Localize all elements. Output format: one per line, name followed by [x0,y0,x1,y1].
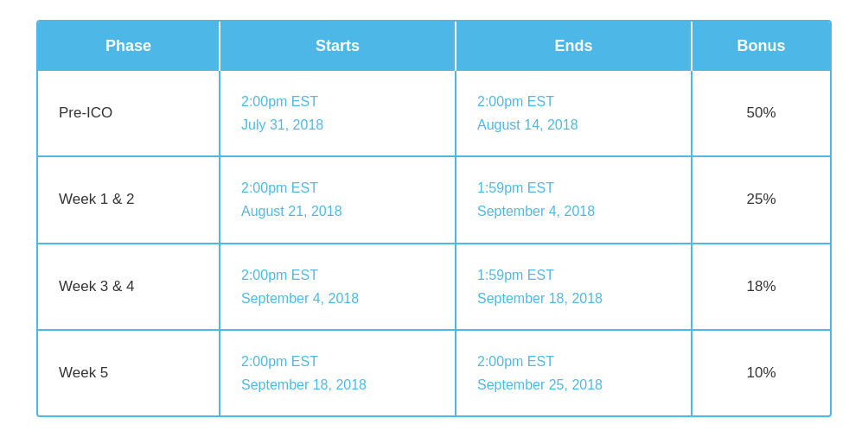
header-bonus: Bonus [692,22,830,71]
ends-cell-2: 1:59pm ESTSeptember 18, 2018 [456,244,692,330]
bonus-cell-1: 25% [692,156,830,243]
bonus-cell-2: 18% [692,244,830,330]
ends-cell-3: 2:00pm ESTSeptember 25, 2018 [456,330,692,415]
table-row: Week 3 & 4 2:00pm ESTSeptember 4, 2018 1… [38,244,830,330]
bonus-cell-3: 10% [692,330,830,415]
ends-cell-1: 1:59pm ESTSeptember 4, 2018 [456,156,692,243]
table-header-row: Phase Starts Ends Bonus [38,22,830,71]
ends-cell-0: 2:00pm ESTAugust 14, 2018 [456,71,692,156]
bonus-cell-0: 50% [692,71,830,156]
header-starts: Starts [220,22,456,71]
starts-cell-0: 2:00pm ESTJuly 31, 2018 [220,71,456,156]
starts-cell-3: 2:00pm ESTSeptember 18, 2018 [220,330,456,415]
phase-cell-1: Week 1 & 2 [38,156,220,243]
starts-cell-1: 2:00pm ESTAugust 21, 2018 [220,156,456,243]
table-row: Week 5 2:00pm ESTSeptember 18, 2018 2:00… [38,330,830,415]
header-phase: Phase [38,22,220,71]
starts-cell-2: 2:00pm ESTSeptember 4, 2018 [220,244,456,330]
phase-cell-2: Week 3 & 4 [38,244,220,330]
table-row: Pre-ICO 2:00pm ESTJuly 31, 2018 2:00pm E… [38,71,830,156]
ico-schedule-table: Phase Starts Ends Bonus Pre-ICO 2:00pm E… [36,20,832,418]
header-ends: Ends [456,22,692,71]
phase-cell-3: Week 5 [38,330,220,415]
table-row: Week 1 & 2 2:00pm ESTAugust 21, 2018 1:5… [38,156,830,243]
phase-cell-0: Pre-ICO [38,71,220,156]
